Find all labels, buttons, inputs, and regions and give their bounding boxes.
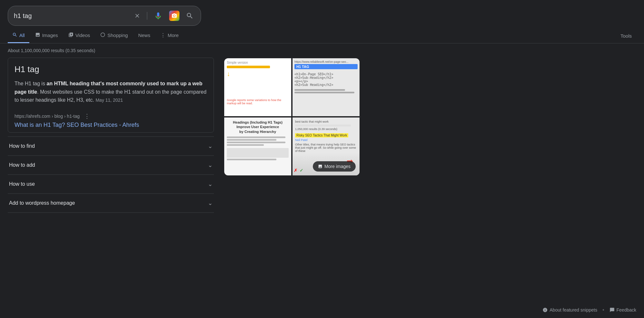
chevron-down-icon-3: ⌄ [208,200,213,207]
image-tile-1[interactable]: Simple version ↓ Google reports some var… [224,58,291,116]
divider [147,12,147,20]
tab-videos[interactable]: Videos [64,29,95,43]
tab-shopping[interactable]: Shopping [96,29,132,43]
shopping-tab-icon [100,32,105,38]
results-count: About 1,100,000,000 results (0.35 second… [0,43,644,55]
clear-button[interactable] [133,11,142,20]
left-column: H1 tag The H1 tag is an HTML heading tha… [8,55,214,213]
accordion-item-2[interactable]: How to use ⌄ [8,174,214,193]
image-tile-2[interactable]: https://www.reliablesoft.net/on-page-seo… [293,58,360,116]
about-snippets-label: About featured snippets [550,307,597,313]
feedback-label: Feedback [617,307,636,313]
chevron-down-icon-0: ⌄ [208,143,213,150]
all-tab-icon [12,32,17,38]
chevron-down-icon-1: ⌄ [208,162,213,169]
tab-news-label: News [138,33,150,38]
image-tile-3[interactable]: Headings (Including H1 Tags)Improve User… [224,117,291,175]
footer: About featured snippets • Feedback [0,302,644,318]
snippet-source: https://ahrefs.com › blog › h1-tag ⋮ Wha… [14,109,207,128]
tab-videos-label: Videos [75,33,90,38]
tab-more[interactable]: ⋮ More [156,29,183,43]
images-tab-icon [35,32,40,38]
main-content: H1 tag The H1 tag is an HTML heading tha… [0,55,644,213]
accordion-label-1: How to add [9,162,35,168]
more-icon: ⋮ [160,32,166,38]
accordion-label-3: Add to wordpress homepage [9,200,75,206]
right-column: Simple version ↓ Google reports some var… [224,55,360,213]
accordion-item-3[interactable]: Add to wordpress homepage ⌄ [8,193,214,213]
feedback-link[interactable]: Feedback [610,307,636,313]
voice-search-button[interactable] [152,10,164,22]
about-featured-snippets-link[interactable]: About featured snippets [543,307,597,313]
accordion-label-2: How to use [9,181,35,187]
accordion-label-0: How to find [9,143,35,149]
accordion-item-0[interactable]: How to find ⌄ [8,136,214,155]
snippet-link[interactable]: What is an H1 Tag? SEO Best Practices - … [14,122,139,128]
search-input[interactable] [14,12,133,20]
images-grid: Simple version ↓ Google reports some var… [224,58,360,175]
chevron-down-icon-2: ⌄ [208,181,213,188]
more-images-button[interactable]: More images [313,161,356,172]
tab-shopping-label: Shopping [107,33,128,38]
search-bar [8,6,201,26]
nav-tabs: All Images Videos Shopping News ⋮ More T… [0,26,644,43]
tab-all[interactable]: All [8,29,29,43]
tab-images-label: Images [42,33,58,38]
search-icons [133,9,195,22]
tab-images[interactable]: Images [31,29,62,43]
source-more-options-button[interactable]: ⋮ [82,112,92,120]
snippet-date: May 11, 2021 [96,98,123,103]
tab-news[interactable]: News [134,29,155,43]
tab-all-label: All [19,33,25,38]
image-search-button[interactable] [168,9,181,22]
snippet-url: https://ahrefs.com › blog › h1-tag [14,114,80,119]
snippet-title: H1 tag [14,64,207,74]
search-submit-button[interactable] [185,11,195,21]
more-images-label: More images [324,164,351,169]
accordion-item-1[interactable]: How to add ⌄ [8,155,214,174]
snippet-body: The H1 tag is an HTML heading that's mos… [14,80,207,104]
tab-more-label: More [168,33,178,38]
videos-tab-icon [68,32,73,38]
tools-button[interactable]: Tools [616,30,636,42]
header [0,0,644,26]
footer-dot: • [602,307,604,313]
featured-snippet: H1 tag The H1 tag is an HTML heading tha… [8,58,214,133]
accordion: How to find ⌄ How to add ⌄ How to use ⌄ … [8,136,214,213]
